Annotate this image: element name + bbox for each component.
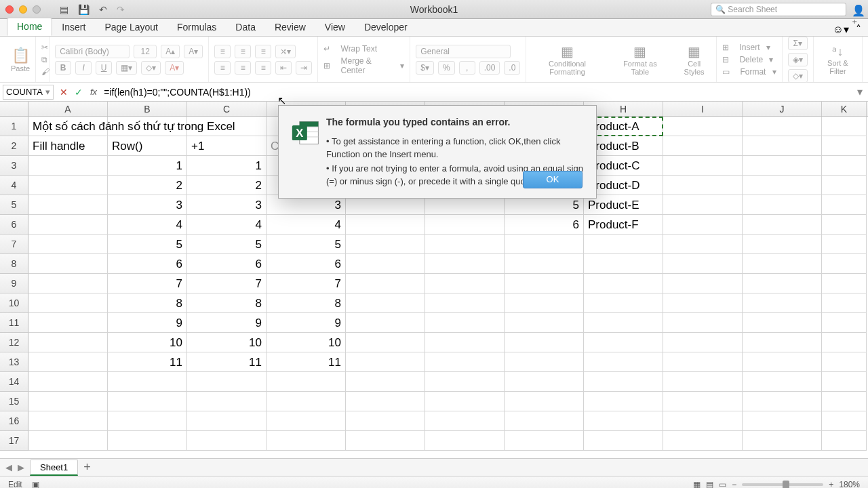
sort-filter-button[interactable]: ᵃ↓Sort & Filter: [819, 44, 856, 75]
conditional-formatting-button[interactable]: ▦Conditional Formatting: [532, 43, 602, 76]
cell-E11[interactable]: [346, 313, 425, 333]
align-middle-icon[interactable]: ≡: [235, 45, 251, 58]
cell-J9[interactable]: [743, 274, 822, 293]
cell-A9[interactable]: [28, 274, 108, 293]
col-header-J[interactable]: J: [743, 102, 822, 116]
cell-B2[interactable]: Row(): [108, 136, 187, 156]
cell-E9[interactable]: [346, 274, 425, 293]
undo-icon[interactable]: ↶: [99, 4, 107, 15]
cell-A14[interactable]: [28, 372, 108, 392]
cell-F8[interactable]: [425, 254, 505, 274]
cell-D17[interactable]: [267, 431, 346, 451]
cell-K13[interactable]: [822, 352, 867, 372]
cell-A5[interactable]: [28, 195, 108, 215]
tab-page-layout[interactable]: Page Layout: [95, 19, 167, 36]
cell-C14[interactable]: [187, 372, 267, 392]
cell-D12[interactable]: 10: [267, 333, 346, 352]
cell-K11[interactable]: [822, 313, 867, 333]
zoom-level[interactable]: 180%: [839, 480, 860, 489]
cell-H10[interactable]: [584, 293, 663, 313]
row-header-17[interactable]: 17: [0, 431, 28, 451]
currency-icon[interactable]: $▾: [416, 61, 434, 75]
cell-B9[interactable]: 7: [108, 274, 187, 293]
cell-F14[interactable]: [425, 372, 505, 392]
cut-icon[interactable]: ✂: [41, 43, 43, 52]
align-bottom-icon[interactable]: ≡: [255, 45, 271, 58]
cell-J17[interactable]: [743, 431, 822, 451]
row-header-1[interactable]: 1: [0, 117, 28, 136]
cell-D6[interactable]: 4: [267, 215, 346, 235]
cell-F7[interactable]: [425, 235, 505, 254]
align-right-icon[interactable]: ≡: [255, 61, 271, 75]
cell-A7[interactable]: [28, 235, 108, 254]
feedback-icon[interactable]: ☺▾: [833, 23, 849, 36]
italic-icon[interactable]: I: [75, 61, 92, 75]
cell-J10[interactable]: [743, 293, 822, 313]
cell-I3[interactable]: [663, 156, 743, 176]
cell-E13[interactable]: [346, 352, 425, 372]
cell-A10[interactable]: [28, 293, 108, 313]
cell-J1[interactable]: [743, 117, 822, 136]
cell-J13[interactable]: [743, 352, 822, 372]
increase-font-icon[interactable]: A▴: [161, 45, 180, 58]
bold-icon[interactable]: B: [55, 61, 71, 75]
row-header-13[interactable]: 13: [0, 352, 28, 372]
cell-C5[interactable]: 3: [187, 195, 267, 215]
add-sheet-icon[interactable]: +: [83, 460, 91, 474]
col-header-A[interactable]: A: [28, 102, 108, 116]
merge-icon[interactable]: ⊞: [323, 61, 330, 70]
cell-C7[interactable]: 5: [187, 235, 267, 254]
cell-H9[interactable]: [584, 274, 663, 293]
format-as-table-button[interactable]: ▦Format as Table: [615, 43, 665, 76]
cell-H6[interactable]: Product-F: [584, 215, 663, 235]
insert-cells-icon[interactable]: ⊞: [722, 43, 729, 52]
cell-D14[interactable]: [267, 372, 346, 392]
cell-E10[interactable]: [346, 293, 425, 313]
cell-G11[interactable]: [505, 313, 584, 333]
formula-input[interactable]: =if(len(h1)=0;"";COUNTA(H$1:H1)): [101, 85, 852, 99]
cell-I8[interactable]: [663, 254, 743, 274]
cell-H16[interactable]: [584, 411, 663, 431]
cell-G13[interactable]: [505, 352, 584, 372]
col-header-C[interactable]: C: [187, 102, 267, 116]
cell-F9[interactable]: [425, 274, 505, 293]
cell-E16[interactable]: [346, 411, 425, 431]
tab-review[interactable]: Review: [265, 19, 315, 36]
cell-E17[interactable]: [346, 431, 425, 451]
cell-I6[interactable]: [663, 215, 743, 235]
tab-insert[interactable]: Insert: [52, 19, 95, 36]
delete-cells-icon[interactable]: ⊟: [722, 55, 729, 64]
view-normal-icon[interactable]: ▦: [693, 480, 701, 489]
cell-A4[interactable]: [28, 176, 108, 195]
cell-K2[interactable]: [822, 136, 867, 156]
cell-B14[interactable]: [108, 372, 187, 392]
cell-A12[interactable]: [28, 333, 108, 352]
row-header-5[interactable]: 5: [0, 195, 28, 215]
cell-styles-button[interactable]: ▦Cell Styles: [677, 43, 711, 76]
cell-B15[interactable]: [108, 392, 187, 411]
cell-F11[interactable]: [425, 313, 505, 333]
save-icon[interactable]: ▤: [60, 4, 68, 15]
cell-A6[interactable]: [28, 215, 108, 235]
tab-data[interactable]: Data: [226, 19, 265, 36]
cell-B4[interactable]: 2: [108, 176, 187, 195]
cell-A8[interactable]: [28, 254, 108, 274]
cell-K14[interactable]: [822, 372, 867, 392]
row-header-12[interactable]: 12: [0, 333, 28, 352]
cell-C10[interactable]: 8: [187, 293, 267, 313]
cell-H17[interactable]: [584, 431, 663, 451]
clear-icon[interactable]: ◇▾: [788, 69, 808, 83]
cell-C15[interactable]: [187, 392, 267, 411]
cell-D13[interactable]: 11: [267, 352, 346, 372]
cell-D8[interactable]: 6: [267, 254, 346, 274]
col-header-I[interactable]: I: [663, 102, 743, 116]
cell-A17[interactable]: [28, 431, 108, 451]
cell-I14[interactable]: [663, 372, 743, 392]
cell-J5[interactable]: [743, 195, 822, 215]
row-header-8[interactable]: 8: [0, 254, 28, 274]
col-header-B[interactable]: B: [108, 102, 187, 116]
cell-G10[interactable]: [505, 293, 584, 313]
cell-K6[interactable]: [822, 215, 867, 235]
zoom-out-icon[interactable]: −: [732, 480, 736, 489]
cell-D10[interactable]: 8: [267, 293, 346, 313]
